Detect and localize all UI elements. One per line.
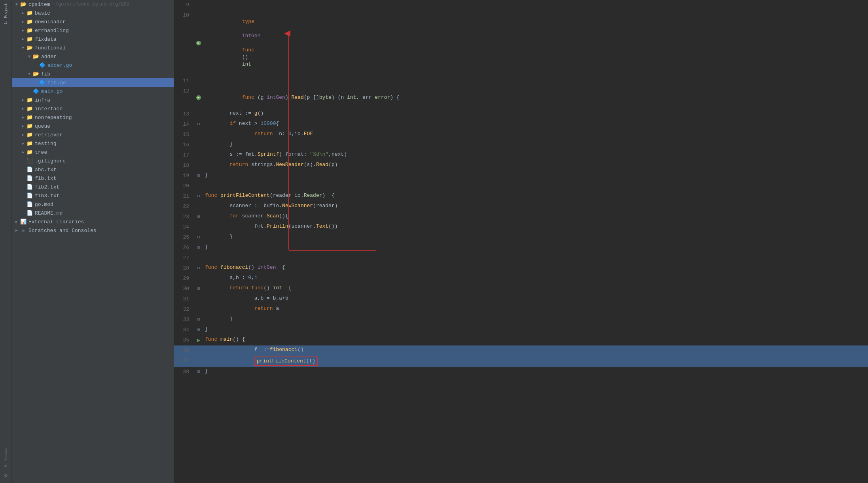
tree-item-nonrepeating[interactable]: 📁 nonrepeating [12,113,174,122]
parens: () [242,54,248,60]
readme-icon: 📄 [26,209,33,217]
var-scanner-23: scanner [242,213,264,219]
interface-folder-icon: 📁 [26,105,33,112]
interface-arrow [20,106,26,112]
kw-return-18: return [229,162,248,168]
tree-item-functional[interactable]: 📂 functional [12,43,174,52]
tree-item-adder-go[interactable]: 🔷 adder.go [12,61,174,70]
return-int: int [242,61,251,67]
scratches-arrow [13,227,20,234]
tree-item-fib-go[interactable]: 🔷 fib.go [12,78,174,87]
param-reader-22: reader [316,203,335,209]
tree-item-infra[interactable]: 📁 infra [12,96,174,104]
tree-item-main-go[interactable]: 🔷 main.go [12,87,174,96]
abc-txt-label: abc.txt [35,167,57,173]
basic-arrow [20,10,26,16]
code-row-11: 11 [174,76,868,86]
fn-printfilecontent: printFileContent [220,192,270,198]
testing-arrow [20,140,26,147]
activity-bar: 1: Project 0: Commit ⚙ [0,0,12,483]
code-row-19: 19 ⊟ } [174,171,868,181]
code-row-34: 34 ⊟ } [174,325,868,335]
fold-icon-33[interactable]: ⊟ [197,315,200,324]
byte-type: byte [319,94,332,100]
code-row-16: 16 } [174,140,868,150]
tree-item-scratches[interactable]: ⊙ Scratches and Consoles [12,226,174,235]
fold-icon-30[interactable]: ⊟ [197,285,200,293]
run-icon-35[interactable]: ▶ [197,336,200,345]
fold-icon-14[interactable]: ⊟ [197,120,200,129]
adder-go-label: adder.go [47,62,72,68]
code-row-23: 23 ⊟ for scanner.Scan(){ [174,212,868,222]
kw-func-28: func [205,264,217,270]
pkg-io-21: io [294,192,301,198]
code-row-37[interactable]: 37 printFileContent(f) [174,356,868,367]
tree-item-tree[interactable]: 📁 tree [12,148,174,157]
adder-label: adder [41,54,57,60]
tree-root[interactable]: 📂 cpsitem ~/go/src/code.byted.org/EDU [12,0,174,9]
keyword-type: type [242,19,254,25]
file-tree-panel: 📂 cpsitem ~/go/src/code.byted.org/EDU 📁 … [12,0,174,483]
fold-icon-38[interactable]: ⊟ [197,368,200,376]
var-p-18: p [332,162,335,168]
str-format: "%d\n" [310,151,328,157]
tree-item-adder[interactable]: 📂 adder [12,52,174,61]
fn-main: main [220,336,233,342]
adder-folder-icon: 📂 [32,53,40,60]
code-row-26: 26 ⊟ } [174,243,868,253]
tree-item-readme[interactable]: 📄 README.md [12,209,174,217]
tree-item-downloader[interactable]: 📁 downloader [12,17,174,26]
val-b2: b [285,295,288,301]
tree-item-external-libraries[interactable]: 📊 External Libraries [12,217,174,226]
fixdata-folder-icon: 📁 [26,36,33,43]
fold-icon-28[interactable]: ⊟ [197,264,200,273]
fib-folder-icon: 📂 [32,70,40,77]
fold-icon-25[interactable]: ⊟ [197,233,200,242]
queue-folder-icon: 📁 [26,123,33,130]
code-container[interactable]: 9 10 ▶ type intGen [174,0,868,483]
int-type: int [347,94,356,100]
kw-if: if [229,121,236,126]
pkg-strings: strings [251,162,273,168]
fib3-txt-label: fib3.txt [35,193,59,199]
fn-newreader: NewReader [276,162,303,168]
tree-item-retriever[interactable]: 📁 retriever [12,130,174,139]
code-row-24: 24 fmt.Println(scanner.Text()) [174,222,868,232]
tree-item-fib[interactable]: 📂 fib [12,70,174,78]
tree-item-basic[interactable]: 📁 basic [12,9,174,17]
infra-folder-icon: 📁 [26,96,33,104]
main-go-icon: 🔷 [32,88,40,95]
code-row-10: 10 ▶ type intGen func () int [174,10,868,76]
label-n: n [279,131,282,137]
fold-icon-19[interactable]: ⊟ [197,172,200,180]
retriever-folder-icon: 📁 [26,131,33,138]
tree-item-errhandling[interactable]: 📁 errhandling [12,26,174,35]
external-label: External Libraries [28,219,84,225]
tree-item-fixdata[interactable]: 📁 fixdata [12,35,174,43]
project-tab[interactable]: 1: Project [3,2,9,26]
tree-item-fib3-txt[interactable]: 📄 fib3.txt [12,191,174,200]
readme-label: README.md [35,210,63,216]
fold-icon-23[interactable]: ⊟ [197,213,200,221]
tree-item-abc-txt[interactable]: 📄 abc.txt [12,165,174,174]
tree-item-testing[interactable]: 📁 testing [12,139,174,148]
fold-icon-21[interactable]: ⊟ [197,192,200,201]
tree-item-queue[interactable]: 📁 queue [12,122,174,130]
settings-icon[interactable]: ⚙ [1,470,11,480]
root-path: ~/go/src/code.byted.org/EDU [53,2,129,7]
fold-icon-34[interactable]: ⊟ [197,326,200,334]
tree-item-fib-txt[interactable]: 📄 fib.txt [12,174,174,183]
tree-arrow-icon [20,149,26,155]
tree-item-go-mod[interactable]: 📄 go.mod [12,200,174,209]
commit-tab[interactable]: 0: Commit [3,446,9,469]
fold-icon-26[interactable]: ⊟ [197,243,200,252]
var-scanner-24: scanner [291,223,313,229]
var-next-17: next [332,151,344,157]
fn-read: Read [292,94,304,100]
tree-item-interface[interactable]: 📁 interface [12,104,174,113]
code-row-36[interactable]: 36 f :=fibonacci() [174,345,868,356]
code-row-35: 35 ▶ func main() { [174,335,868,345]
tree-item-gitignore[interactable]: ⬛ .gitignore [12,157,174,165]
retriever-arrow [20,132,26,138]
tree-item-fib2-txt[interactable]: 📄 fib2.txt [12,183,174,191]
